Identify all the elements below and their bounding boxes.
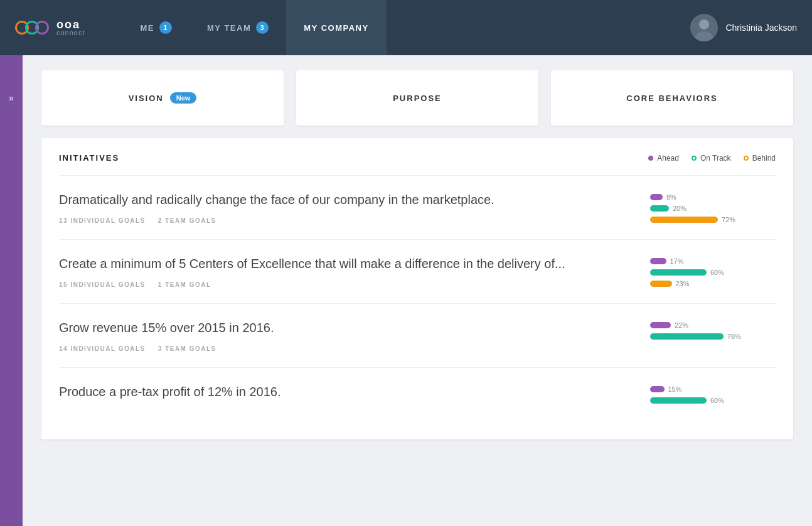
nav-my-company-label: MY COMPANY xyxy=(304,23,368,33)
vision-card[interactable]: VISION New xyxy=(41,70,284,126)
legend-on-track: On Track xyxy=(692,154,731,163)
bar-purple xyxy=(650,386,665,392)
individual-goals-tag: 15 INDIVIDUAL GOALS xyxy=(59,281,146,288)
bar-orange xyxy=(650,281,672,287)
initiative-row[interactable]: Grow revenue 15% over 2015 in 2016.14 IN… xyxy=(59,303,776,367)
initiatives-header: INITIATIVES Ahead On Track Behind xyxy=(59,153,776,163)
top-cards: VISION New PURPOSE CORE BEHAVIORS xyxy=(41,70,793,126)
team-goals-tag: 3 TEAM GOALS xyxy=(158,345,216,352)
bar-row: 60% xyxy=(650,397,776,404)
core-behaviors-label: CORE BEHAVIORS xyxy=(626,94,718,103)
initiative-info: Dramatically and radically change the fa… xyxy=(59,191,650,224)
bar-row: 15% xyxy=(650,385,776,393)
user-name: Christinia Jackson xyxy=(725,23,797,33)
initiatives-title: INITIATIVES xyxy=(59,153,119,163)
legend-dot-behind xyxy=(744,156,749,161)
bar-purple xyxy=(650,194,663,200)
individual-goals-tag: 14 INDIVIDUAL GOALS xyxy=(59,345,146,352)
legend-behind-label: Behind xyxy=(752,154,776,163)
initiative-goals: 14 INDIVIDUAL GOALS3 TEAM GOALS xyxy=(59,345,612,352)
logo-circles xyxy=(15,21,49,35)
initiative-bars: 15%60% xyxy=(650,383,776,404)
initiative-row[interactable]: Create a minimum of 5 Centers of Excelle… xyxy=(59,239,776,303)
bar-label: 17% xyxy=(670,257,689,265)
bar-label: 22% xyxy=(675,321,693,329)
app-header: ooa connect ME 1 MY TEAM 3 MY COMPANY Ch… xyxy=(0,0,812,55)
content-area: VISION New PURPOSE CORE BEHAVIORS INITIA… xyxy=(23,55,812,526)
sidebar-toggle[interactable]: » xyxy=(9,93,14,103)
legend-ahead: Ahead xyxy=(648,154,679,163)
main-nav: ME 1 MY TEAM 3 MY COMPANY xyxy=(123,0,691,55)
bar-row: 72% xyxy=(650,216,776,223)
initiative-rows: Dramatically and radically change the fa… xyxy=(59,175,776,424)
initiative-bars: 17%60%23% xyxy=(650,255,776,287)
initiative-info: Grow revenue 15% over 2015 in 2016.14 IN… xyxy=(59,319,650,352)
legend-dot-ahead xyxy=(648,156,653,161)
legend: Ahead On Track Behind xyxy=(648,154,776,163)
bar-teal xyxy=(650,397,707,404)
logo-area: ooa connect xyxy=(15,19,85,36)
bar-label: 23% xyxy=(676,280,695,287)
svg-point-1 xyxy=(699,19,709,30)
nav-me-badge: 1 xyxy=(159,21,172,34)
bar-row: 23% xyxy=(650,280,776,287)
bar-label: 60% xyxy=(710,397,729,404)
initiative-bars: 8%20%72% xyxy=(650,191,776,223)
bar-row: 78% xyxy=(650,333,776,340)
initiative-row[interactable]: Produce a pre-tax profit of 12% in 2016.… xyxy=(59,367,776,424)
nav-my-team-label: MY TEAM xyxy=(207,23,251,33)
bar-label: 8% xyxy=(666,193,685,201)
bar-teal xyxy=(650,269,707,276)
nav-me-label: ME xyxy=(141,23,155,33)
initiative-text: Dramatically and radically change the fa… xyxy=(59,191,612,208)
sidebar: » xyxy=(0,55,23,526)
bar-row: 60% xyxy=(650,269,776,276)
avatar-image xyxy=(690,14,718,41)
bar-row: 8% xyxy=(650,193,776,201)
initiative-info: Produce a pre-tax profit of 12% in 2016. xyxy=(59,383,650,409)
initiative-goals: 13 INDIVIDUAL GOALS2 TEAM GOALS xyxy=(59,217,612,224)
individual-goals-tag: 13 INDIVIDUAL GOALS xyxy=(59,217,146,224)
initiative-row[interactable]: Dramatically and radically change the fa… xyxy=(59,175,776,239)
bar-teal xyxy=(650,333,724,340)
core-behaviors-card[interactable]: CORE BEHAVIORS xyxy=(551,70,793,126)
main-container: » VISION New PURPOSE CORE BEHAVIORS INIT… xyxy=(0,55,812,526)
bar-label: 60% xyxy=(710,269,729,276)
initiative-text: Create a minimum of 5 Centers of Excelle… xyxy=(59,255,612,272)
bar-purple xyxy=(650,322,671,328)
bar-label: 20% xyxy=(673,205,692,212)
bar-purple xyxy=(650,258,666,264)
team-goals-tag: 2 TEAM GOALS xyxy=(158,217,216,224)
nav-my-team-badge: 3 xyxy=(256,21,269,34)
bar-label: 78% xyxy=(727,333,746,340)
nav-me[interactable]: ME 1 xyxy=(123,0,190,55)
bar-label: 72% xyxy=(722,216,740,223)
bar-row: 17% xyxy=(650,257,776,265)
legend-ahead-label: Ahead xyxy=(657,154,679,163)
team-goals-tag: 1 TEAM GOAL xyxy=(158,281,211,288)
bar-teal xyxy=(650,205,669,212)
initiative-goals: 15 INDIVIDUAL GOALS1 TEAM GOAL xyxy=(59,281,612,288)
avatar xyxy=(690,14,718,41)
purpose-label: PURPOSE xyxy=(393,94,442,103)
vision-label: VISION xyxy=(129,94,164,103)
legend-dot-on-track xyxy=(692,156,697,161)
bar-orange xyxy=(650,217,718,223)
initiative-text: Grow revenue 15% over 2015 in 2016. xyxy=(59,319,612,336)
initiative-text: Produce a pre-tax profit of 12% in 2016. xyxy=(59,383,612,400)
logo-circle-purple xyxy=(35,21,49,35)
bar-row: 22% xyxy=(650,321,776,329)
logo-connect-text: connect xyxy=(56,29,85,36)
logo-text: ooa connect xyxy=(56,19,85,36)
legend-behind: Behind xyxy=(744,154,776,163)
nav-my-team[interactable]: MY TEAM 3 xyxy=(190,0,286,55)
user-area: Christinia Jackson xyxy=(690,14,797,41)
initiative-info: Create a minimum of 5 Centers of Excelle… xyxy=(59,255,650,288)
purpose-card[interactable]: PURPOSE xyxy=(296,70,538,126)
initiatives-container: INITIATIVES Ahead On Track Behind xyxy=(41,138,793,439)
legend-on-track-label: On Track xyxy=(700,154,731,163)
initiative-bars: 22%78% xyxy=(650,319,776,340)
nav-my-company[interactable]: MY COMPANY xyxy=(286,0,386,55)
bar-label: 15% xyxy=(668,385,687,393)
bar-row: 20% xyxy=(650,205,776,212)
